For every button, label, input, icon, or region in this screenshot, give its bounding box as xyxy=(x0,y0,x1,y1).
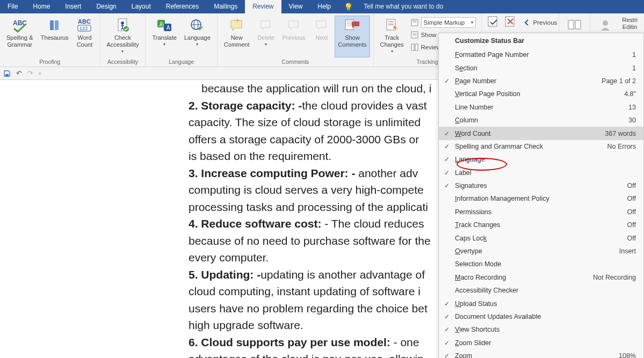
ctx-item-label: Selection Mode xyxy=(455,260,636,268)
ctx-item-value: Off xyxy=(627,182,636,189)
tab-layout[interactable]: Layout xyxy=(124,0,158,13)
tab-view[interactable]: View xyxy=(281,0,310,13)
ctx-item[interactable]: ✓Label xyxy=(439,166,643,179)
undo-icon[interactable]: ↶ xyxy=(16,69,22,77)
ctx-item-label: View Shortcuts xyxy=(455,326,636,333)
ctx-item[interactable]: ✓Zoom Slider xyxy=(439,337,643,349)
checkmark-icon: ✓ xyxy=(439,313,455,320)
delete-comment-button: Delete▾ xyxy=(254,16,278,57)
menu-bar: File Home Insert Design Layout Reference… xyxy=(0,0,644,13)
checkmark-icon: ✓ xyxy=(439,77,455,85)
group-label-proofing: Proofing xyxy=(3,57,97,67)
svg-rect-1 xyxy=(50,20,54,30)
checkmark-icon: ✓ xyxy=(439,182,455,189)
tell-me[interactable]: Tell me what you want to do xyxy=(356,0,451,13)
checkmark-icon: ✓ xyxy=(439,143,455,150)
ctx-item[interactable]: Information Management PolicyOff xyxy=(439,192,643,205)
ctx-item-value: No Errors xyxy=(607,143,636,150)
show-comments-button[interactable]: ShowComments xyxy=(335,16,370,57)
track-changes-button[interactable]: TrackChanges▾ xyxy=(377,16,407,57)
group-comments: NewComment Delete▾ Previous Next ShowCom… xyxy=(218,13,374,67)
ctx-item-value: 30 xyxy=(628,116,636,124)
checkmark-icon: ✓ xyxy=(439,339,455,347)
markup-dropdown-row[interactable]: Simple Markup▾ xyxy=(410,17,476,28)
translate-button[interactable]: あATranslate▾ xyxy=(149,16,179,57)
word-count-button[interactable]: ABC123WordCount xyxy=(73,16,97,57)
ctx-item[interactable]: ✓Upload Status xyxy=(439,297,643,310)
group-proofing: ABCSpelling &Grammar Thesaurus ABC123Wor… xyxy=(0,13,100,67)
tab-insert[interactable]: Insert xyxy=(57,0,89,13)
svg-text:A: A xyxy=(167,25,170,31)
ctx-item-value: 13 xyxy=(628,104,636,111)
markup-dropdown[interactable]: Simple Markup▾ xyxy=(421,17,476,28)
tab-references[interactable]: References xyxy=(158,0,206,13)
new-comment-button[interactable]: NewComment xyxy=(221,16,253,57)
ctx-item-label: Column xyxy=(455,116,628,124)
thesaurus-button[interactable]: Thesaurus xyxy=(38,16,72,57)
previous-change-button[interactable]: Previous xyxy=(523,17,558,28)
tab-help[interactable]: Help xyxy=(310,0,338,13)
group-label-accessibility: Accessibility xyxy=(104,57,142,67)
svg-rect-20 xyxy=(352,21,359,26)
ctx-item[interactable]: Selection Mode xyxy=(439,258,643,271)
check-accessibility-button[interactable]: CheckAccessibility▾ xyxy=(104,16,142,57)
svg-rect-35 xyxy=(568,20,574,29)
svg-rect-31 xyxy=(411,44,414,50)
group-language: あATranslate▾ Language▾ Language xyxy=(146,13,217,67)
ctx-item[interactable]: Line Number13 xyxy=(439,101,643,114)
ctx-item[interactable]: Accessibility Checker xyxy=(439,284,643,297)
ctx-item[interactable]: ✓Word Count367 words xyxy=(439,127,643,140)
svg-point-7 xyxy=(121,21,124,25)
accept-icon[interactable] xyxy=(487,16,500,28)
ctx-item[interactable]: ✓Zoom108% xyxy=(439,349,643,358)
ctx-item-value: Page 1 of 2 xyxy=(602,77,636,85)
svg-rect-32 xyxy=(415,44,418,50)
ctx-item[interactable]: ✓View Shortcuts xyxy=(439,323,643,336)
ctx-item[interactable]: ✓Page NumberPage 1 of 2 xyxy=(439,75,643,87)
ctx-item-label: Track Changes xyxy=(455,221,627,229)
ctx-item[interactable]: ✓SignaturesOff xyxy=(439,179,643,192)
tab-file[interactable]: File xyxy=(0,0,25,13)
tab-mailings[interactable]: Mailings xyxy=(206,0,245,13)
tab-home[interactable]: Home xyxy=(25,0,57,13)
spelling-grammar-button[interactable]: ABCSpelling &Grammar xyxy=(3,16,37,57)
ctx-item-label: Upload Status xyxy=(455,300,636,308)
ctx-item-label: Caps Lock xyxy=(455,235,627,242)
previous-arrow-icon xyxy=(523,18,531,27)
ctx-item-value: Insert xyxy=(619,247,636,255)
ctx-item[interactable]: Caps LockOff xyxy=(439,231,643,244)
tab-design[interactable]: Design xyxy=(89,0,124,13)
ctx-item-value: 367 words xyxy=(605,130,636,137)
reviewing-pane-icon xyxy=(410,43,419,52)
qat-caret-icon[interactable]: ▾ xyxy=(39,71,41,76)
ctx-item[interactable]: Column30 xyxy=(439,114,643,127)
ctx-item[interactable]: Section1 xyxy=(439,61,643,74)
ctx-item[interactable]: OvertypeInsert xyxy=(439,245,643,258)
ctx-item[interactable]: PermissionsOff xyxy=(439,206,643,218)
ctx-item-label: Spelling and Grammar Check xyxy=(455,143,607,150)
ctx-item[interactable]: ✓Language xyxy=(439,153,643,166)
group-label-comments: Comments xyxy=(221,57,370,67)
ctx-item[interactable]: Formatted Page Number1 xyxy=(439,48,643,61)
save-icon[interactable] xyxy=(3,70,11,77)
lightbulb-icon: 💡 xyxy=(344,3,353,11)
ctx-item-label: Accessibility Checker xyxy=(455,287,636,294)
language-button[interactable]: Language▾ xyxy=(181,16,214,57)
ctx-item-label: Label xyxy=(455,169,636,177)
tab-review[interactable]: Review xyxy=(245,0,281,13)
ctx-item[interactable]: ✓Document Updates Available xyxy=(439,310,643,323)
ctx-item-label: Document Updates Available xyxy=(455,313,636,320)
next-comment-button: Next xyxy=(309,16,334,57)
ctx-item-label: Overtype xyxy=(455,247,619,255)
redo-icon: ↷ xyxy=(27,69,33,77)
ctx-item-value: 1 xyxy=(632,64,636,72)
ctx-item[interactable]: Macro RecordingNot Recording xyxy=(439,271,643,284)
ctx-item-value: Not Recording xyxy=(593,274,636,281)
ctx-item[interactable]: ✓Spelling and Grammar CheckNo Errors xyxy=(439,140,643,153)
reject-icon[interactable] xyxy=(504,16,517,28)
ctx-item-label: Word Count xyxy=(455,130,605,137)
ctx-item[interactable]: Vertical Page Position4.8" xyxy=(439,87,643,100)
ctx-item-label: Vertical Page Position xyxy=(455,90,624,98)
checkmark-icon: ✓ xyxy=(439,300,455,308)
ctx-item[interactable]: Track ChangesOff xyxy=(439,218,643,231)
